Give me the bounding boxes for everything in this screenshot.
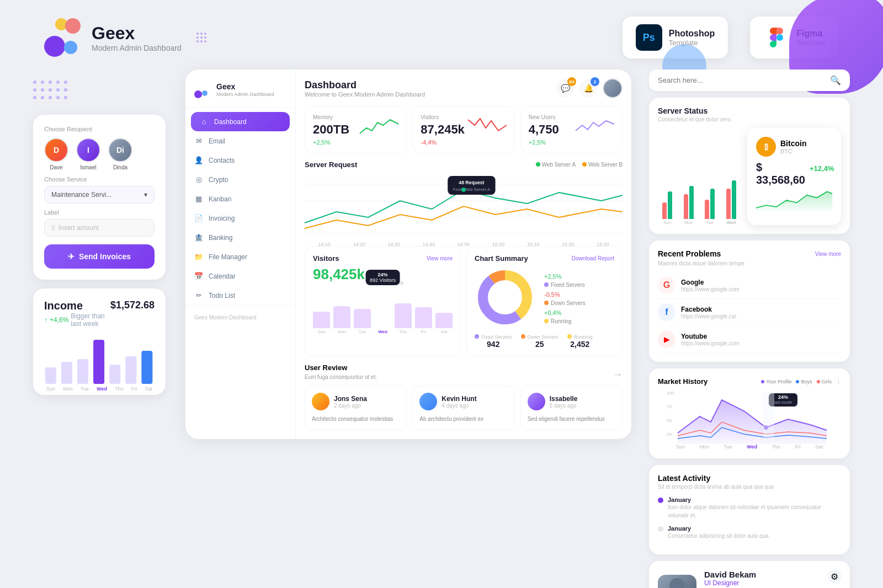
nav-brand-sub: Modern Admin Dashboard (216, 92, 274, 97)
sidebar-item-banking[interactable]: 🏦 Banking (185, 228, 295, 247)
sun-bar-1 (662, 202, 667, 219)
visitors-chart (468, 114, 507, 136)
visitors-view-more[interactable]: View more (427, 255, 453, 261)
invoice-card: Choose Recipient D Dave I Ismael Di Dind… (33, 115, 166, 280)
search-bar: 🔍 (649, 70, 850, 91)
email-icon: ✉ (194, 137, 203, 145)
latest-activity-card: Latest Activity Sit et temporp dicta ani… (649, 465, 850, 554)
bar-wed: 24% 892 Visitors Wed (374, 290, 391, 334)
avatar-dinda[interactable]: Di Dinda (108, 138, 132, 170)
chevron-down-icon: ▾ (144, 191, 147, 199)
amount-input[interactable]: $ Insert amount (44, 219, 155, 237)
legend-girls-dot (817, 380, 820, 383)
chart-stats: Fixed Servers 942 Down Servers 25 Runnin… (475, 334, 614, 349)
x-14-20: 14:20 (353, 242, 365, 247)
avatar-dave[interactable]: D Dave (44, 138, 68, 170)
nav-logo: Geex Modern Admin Dashboard (185, 81, 295, 108)
user-avatar[interactable] (603, 78, 623, 98)
problem-facebook: f Facebook https://www.google.ca/ (658, 299, 841, 326)
bar-tooltip-percent: 24% (370, 272, 396, 277)
mh-sun: Sun (676, 444, 685, 450)
running-label: Running (551, 318, 571, 324)
bottom-sections: Visitors View more 98,425k +0.4% Than la… (305, 246, 623, 357)
svg-text:last month: last month (774, 400, 792, 404)
search-input[interactable] (658, 76, 825, 84)
sidebar-item-contacts[interactable]: 👤 Contacts (185, 151, 295, 170)
bell-badge: 2 (591, 77, 599, 86)
svg-point-5 (204, 36, 206, 39)
stat-visitors-change: -4,4% (421, 139, 465, 146)
nav-kanban-label: Kanban (209, 195, 231, 203)
legend-boys-dot (796, 380, 799, 383)
income-card: Income ↑ +4,6% Bigger than last week $1,… (33, 288, 166, 395)
sidebar-item-dashboard[interactable]: ⌂ Dashboard (191, 112, 290, 131)
facebook-name: Facebook (681, 306, 736, 313)
service-select[interactable]: Maintenance Servi... ▾ (44, 186, 155, 204)
server-request-section: Server Request Web Server A Web Server B (305, 161, 623, 239)
x-15-00: 15:00 (492, 242, 505, 247)
bell-notification[interactable]: 🔔 2 (579, 79, 597, 97)
kevin-review: Ab architectu provident ex (419, 415, 507, 423)
chat-notification[interactable]: 💬 84 (556, 79, 574, 97)
youtube-name: Youtube (681, 333, 740, 340)
ps-tool-info: Photoshop Template (669, 29, 715, 47)
todo-icon: ✏ (194, 291, 203, 300)
fixed-dot (475, 334, 479, 339)
review-cards: Jons Sena 2 days ago Architecto consequa… (305, 386, 623, 430)
mh-tue: Tue (724, 444, 732, 450)
nav-calendar-label: Calendar (209, 272, 236, 280)
service-value: Maintenance Servi... (51, 191, 111, 199)
sidebar-item-email[interactable]: ✉ Email (185, 131, 295, 151)
dave-name: Dave (50, 164, 62, 170)
stat-memory-value: 200TB (313, 122, 349, 137)
svg-rect-11 (77, 359, 88, 384)
problems-view-more[interactable]: View more (815, 251, 841, 257)
btc-ticker: BTC (780, 148, 806, 154)
sidebar-item-kanban[interactable]: ▦ Kanban (185, 189, 295, 209)
avatar-ismael[interactable]: I Ismael (76, 138, 100, 170)
send-invoices-button[interactable]: ✈ Send Invoices (44, 244, 155, 269)
sidebar-item-invoicing[interactable]: 📄 Invoicing (185, 209, 295, 228)
service-label: Choose Service (44, 176, 155, 183)
dash-subtitle: Welcome to Geex Modern Admin Dashboard (305, 91, 425, 98)
crypto-icon: ◎ (194, 175, 203, 184)
david-settings-icon[interactable]: ⚙ (828, 570, 841, 583)
sidebar-item-filemanager[interactable]: 📁 File Manager (185, 247, 295, 266)
review-nav-arrow[interactable]: → (613, 369, 623, 381)
svg-rect-9 (45, 367, 56, 384)
wed-bar-1 (726, 189, 731, 219)
nav-crypto-label: Crypto (209, 176, 228, 184)
market-history-card: Market History Your Profile Boys Girls ⋮… (649, 368, 850, 458)
search-icon[interactable]: 🔍 (830, 75, 841, 85)
sidebar-item-crypto[interactable]: ◎ Crypto (185, 170, 295, 189)
figma-logo-svg (767, 28, 786, 47)
shape-red (65, 18, 81, 34)
svg-point-3 (196, 36, 199, 39)
btc-name: Bitcoin (780, 139, 806, 148)
day-tue: Tue (81, 386, 89, 392)
issabelle-name: Issabelle (550, 395, 578, 403)
server-request-title: Server Request (305, 161, 357, 169)
down-servers-label: Down Servers (551, 300, 586, 306)
facebook-url: https://www.google.ca/ (681, 313, 736, 319)
contacts-icon: 👤 (194, 156, 203, 164)
sidebar-item-calendar[interactable]: 📅 Calendar (185, 266, 295, 286)
problem-youtube: ▶ Youtube https://www.google.com (658, 326, 841, 353)
market-menu[interactable]: ⋮ (836, 379, 841, 384)
jons-name: Jons Sena (334, 395, 367, 403)
logo-area: Geex Modern Admin Dashboard (44, 18, 207, 57)
nav-invoicing-label: Invoicing (209, 215, 235, 222)
fixed-servers-label: Fixed Servers (551, 282, 585, 288)
svg-text:25: 25 (667, 432, 672, 437)
chart-summary-download[interactable]: Download Report (572, 255, 614, 261)
running-stat-dot (567, 334, 572, 339)
nav-todo-label: Todo List (209, 292, 235, 300)
stat-cards: Memory 200TB +2,5% Visitors 87,24 (305, 106, 623, 154)
sidebar-item-todolist[interactable]: ✏ Todo List (185, 286, 295, 305)
problem-google: G Google https://www.google.com (658, 272, 841, 299)
calendar-icon: 📅 (194, 272, 203, 280)
dash-header: Dashboard Welcome to Geex Modern Admin D… (305, 78, 623, 98)
dots-decoration (33, 81, 166, 100)
chart-summary-title: Chart Summary (475, 254, 528, 263)
newusers-chart (576, 114, 614, 136)
